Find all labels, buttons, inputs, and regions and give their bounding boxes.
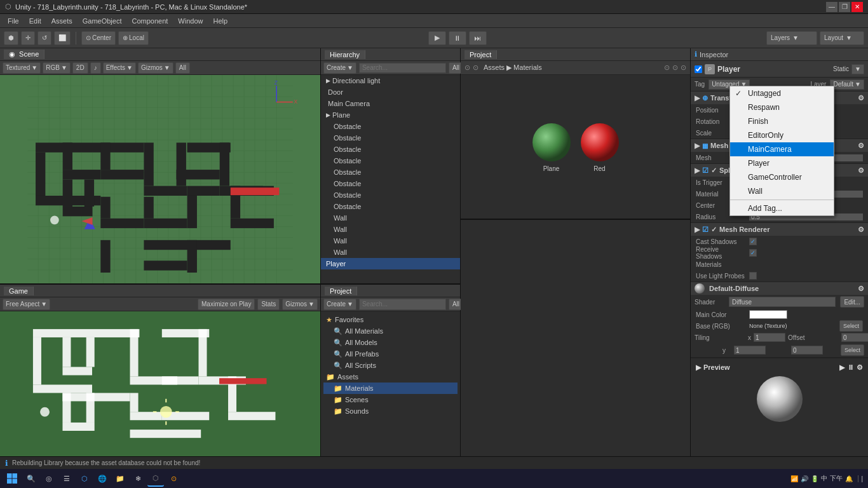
sounds-folder[interactable]: 📁 Sounds — [323, 405, 458, 417]
select-texture-button[interactable]: Select — [839, 320, 863, 332]
minimize-button[interactable]: — — [826, 2, 837, 12]
asset-plane[interactable]: Plane — [531, 122, 572, 172]
effects-dropdown[interactable]: Effects▼ — [103, 62, 136, 74]
hierarchy-item-directional-light[interactable]: ▶ Directional light — [321, 75, 460, 86]
aspect-dropdown[interactable]: Free Aspect▼ — [3, 299, 50, 310]
maximize-on-play[interactable]: Maximize on Play — [198, 299, 255, 310]
offset-y-input[interactable] — [791, 346, 823, 355]
hierarchy-item-wall-1[interactable]: Wall — [321, 212, 460, 224]
hierarchy-item-obstacle-8[interactable]: Obstacle — [321, 201, 460, 212]
game-gizmos-dropdown[interactable]: Gizmos▼ — [282, 299, 318, 310]
taskbar-unity-icon[interactable]: ⬡ — [147, 470, 164, 487]
pause-button[interactable]: ⏸ — [449, 31, 466, 45]
tiling-x-input[interactable] — [754, 333, 785, 342]
transform-gear-icon[interactable]: ⚙ — [858, 94, 864, 102]
select-button[interactable]: Select — [841, 344, 864, 356]
taskbar-notification-icon[interactable]: 🔔 — [845, 475, 853, 482]
hierarchy-item-obstacle-4[interactable]: Obstacle — [321, 155, 460, 166]
favorites-folder[interactable]: ★ Favorites — [323, 314, 458, 325]
hierarchy-create[interactable]: Create▼ — [323, 62, 356, 74]
cortana-button[interactable]: ◎ — [41, 470, 57, 487]
all-button[interactable]: All — [175, 62, 190, 74]
tab-scene[interactable]: ◉ Scene — [4, 50, 44, 59]
static-dropdown[interactable]: ▼ — [851, 64, 864, 74]
taskbar-app1-icon[interactable]: ❄ — [130, 470, 146, 487]
collider-gear-icon[interactable]: ⚙ — [858, 166, 864, 175]
tool-rotate[interactable]: ↺ — [37, 31, 51, 45]
tag-menu-untagged[interactable]: ✓ Untagged — [730, 86, 834, 100]
taskbar-edge-icon[interactable]: ⬡ — [76, 470, 93, 487]
layers-dropdown[interactable]: Layers ▼ — [766, 31, 817, 45]
menu-help[interactable]: Help — [208, 16, 233, 26]
start-button[interactable] — [3, 470, 22, 487]
all-materials-item[interactable]: 🔍 All Materials — [323, 325, 458, 337]
tag-menu-editoronly[interactable]: EditorOnly — [730, 128, 834, 142]
rgb-dropdown[interactable]: RGB▼ — [43, 62, 71, 74]
edit-button[interactable]: Edit... — [840, 296, 864, 308]
tool-scale[interactable]: ⬜ — [54, 31, 71, 45]
preview-play-icon[interactable]: ▶ — [839, 363, 844, 372]
all-scripts-item[interactable]: 🔍 All Scripts — [323, 360, 458, 371]
taskbar-explorer-icon[interactable]: 🌐 — [94, 470, 111, 487]
hierarchy-item-player[interactable]: Player — [321, 258, 460, 269]
project-search[interactable] — [359, 299, 446, 310]
cast-shadows-checkbox[interactable] — [749, 238, 757, 245]
tab-assets[interactable]: Project — [465, 50, 497, 59]
scene-canvas[interactable]: Z X — [0, 75, 320, 283]
assets-folder[interactable]: 📁 Assets — [323, 371, 458, 383]
hierarchy-item-obstacle-7[interactable]: Obstacle — [321, 189, 460, 201]
hierarchy-item-obstacle-3[interactable]: Obstacle — [321, 144, 460, 155]
hierarchy-item-obstacle-2[interactable]: Obstacle — [321, 132, 460, 144]
menu-gameobject[interactable]: GameObject — [78, 16, 127, 26]
materials-folder[interactable]: 📁 Materials — [323, 383, 458, 394]
textured-dropdown[interactable]: Textured▼ — [3, 62, 41, 74]
close-button[interactable]: ✕ — [851, 2, 863, 12]
tool-hand[interactable]: ⬢ — [4, 31, 18, 45]
tag-menu-wall[interactable]: Wall — [730, 184, 834, 198]
2d-button[interactable]: 2D — [72, 62, 88, 74]
hierarchy-item-wall-4[interactable]: Wall — [321, 247, 460, 258]
hierarchy-item-obstacle-5[interactable]: Obstacle — [321, 166, 460, 178]
taskbar-folder-icon[interactable]: 📁 — [112, 470, 128, 487]
tab-hierarchy[interactable]: Hierarchy — [325, 50, 365, 59]
tag-menu-finish[interactable]: Finish — [730, 114, 834, 128]
project-create[interactable]: Create▼ — [323, 299, 356, 310]
tool-move[interactable]: ✛ — [21, 31, 35, 45]
mesh-gear-icon[interactable]: ⚙ — [858, 142, 864, 150]
hierarchy-item-plane[interactable]: ▶ Plane — [321, 109, 460, 121]
tag-menu-gamecontroller[interactable]: GameController — [730, 170, 834, 184]
tag-menu-maincamera[interactable]: MainCamera — [730, 142, 834, 156]
menu-component[interactable]: Component — [126, 16, 173, 26]
audio-button[interactable]: ♪ — [90, 62, 101, 74]
material-header[interactable]: Default-Diffuse ⚙ — [691, 282, 868, 295]
tab-game[interactable]: Game — [4, 287, 34, 295]
scenes-folder[interactable]: 📁 Scenes — [323, 394, 458, 405]
tab-project[interactable]: Project — [325, 287, 357, 295]
shader-dropdown[interactable]: Diffuse — [729, 297, 836, 307]
search-taskbar-button[interactable]: 🔍 — [23, 470, 39, 487]
receive-shadows-checkbox[interactable] — [749, 249, 757, 257]
tag-menu-respawn[interactable]: Respawn — [730, 100, 834, 114]
gizmos-dropdown[interactable]: Gizmos▼ — [138, 62, 173, 74]
menu-assets[interactable]: Assets — [46, 16, 78, 26]
menu-file[interactable]: File — [3, 16, 24, 26]
taskbar-app2-icon[interactable]: ⊙ — [165, 470, 182, 487]
hierarchy-item-wall-2[interactable]: Wall — [321, 224, 460, 235]
light-probes-checkbox[interactable] — [749, 272, 757, 280]
preview-settings-icon[interactable]: ⚙ — [857, 363, 863, 372]
all-prefabs-item[interactable]: 🔍 All Prefabs — [323, 348, 458, 360]
layout-dropdown[interactable]: Layout ▼ — [820, 31, 864, 45]
tiling-y-input[interactable] — [734, 346, 766, 355]
task-view-button[interactable]: ☰ — [58, 470, 75, 487]
hierarchy-item-obstacle-1[interactable]: Obstacle — [321, 121, 460, 132]
mesh-renderer-header[interactable]: ▶ ☑ ✓ Mesh Renderer ⚙ — [691, 223, 868, 236]
local-button[interactable]: ⊕ Local — [118, 31, 149, 45]
material-settings-icon[interactable]: ⚙ — [858, 285, 864, 293]
menu-window[interactable]: Window — [173, 16, 208, 26]
hierarchy-item-wall-3[interactable]: Wall — [321, 235, 460, 247]
play-button[interactable]: ▶ — [428, 31, 446, 45]
tag-menu-add-tag[interactable]: Add Tag... — [730, 201, 834, 215]
menu-edit[interactable]: Edit — [24, 16, 46, 26]
hierarchy-item-obstacle-6[interactable]: Obstacle — [321, 178, 460, 189]
center-button[interactable]: ⊙ Center — [81, 31, 116, 45]
